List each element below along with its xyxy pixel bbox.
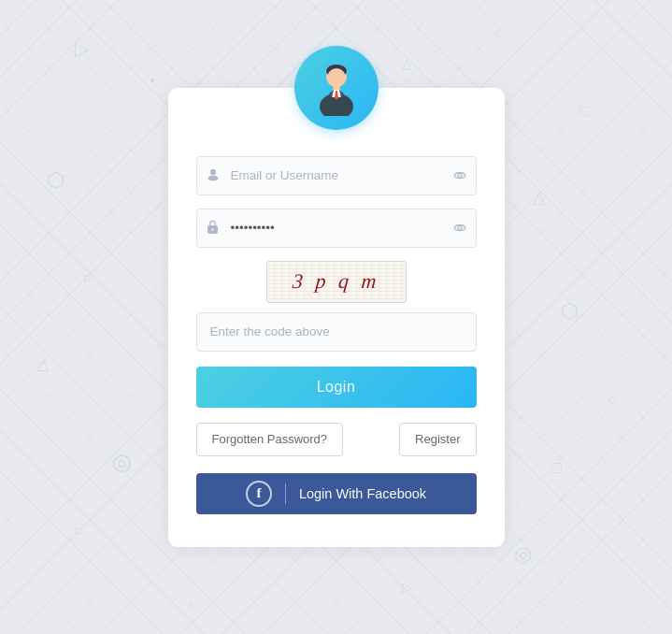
email-eye-icon[interactable] bbox=[453, 168, 466, 182]
captcha-input[interactable] bbox=[196, 312, 477, 352]
login-card: 3 p q m Login Forgotten Password? Regist… bbox=[168, 88, 505, 547]
facebook-login-button[interactable]: f Login With Facebook bbox=[196, 473, 477, 514]
password-input[interactable] bbox=[196, 209, 477, 248]
svg-point-9 bbox=[210, 169, 216, 175]
svg-point-11 bbox=[458, 173, 462, 177]
captcha-image-wrap: 3 p q m bbox=[196, 261, 477, 303]
register-button[interactable]: Register bbox=[399, 423, 476, 456]
facebook-divider bbox=[285, 483, 286, 504]
email-input[interactable] bbox=[196, 156, 477, 195]
svg-point-14 bbox=[458, 225, 462, 229]
email-group bbox=[196, 156, 477, 195]
lock-icon bbox=[207, 220, 219, 237]
forgotten-password-button[interactable]: Forgotten Password? bbox=[196, 423, 344, 456]
login-button[interactable]: Login bbox=[196, 367, 477, 408]
secondary-buttons-row: Forgotten Password? Register bbox=[196, 423, 477, 456]
password-eye-icon[interactable] bbox=[453, 221, 466, 235]
facebook-label: Login With Facebook bbox=[299, 486, 426, 501]
user-avatar-svg bbox=[308, 60, 365, 116]
user-icon bbox=[207, 167, 220, 183]
password-group bbox=[196, 209, 477, 248]
avatar bbox=[294, 46, 379, 130]
svg-point-2 bbox=[327, 68, 346, 87]
avatar-circle bbox=[294, 46, 379, 130]
svg-point-10 bbox=[207, 175, 218, 180]
captcha-text: 3 p q m bbox=[292, 269, 381, 294]
captcha-image: 3 p q m bbox=[266, 261, 407, 303]
facebook-icon: f bbox=[246, 481, 272, 507]
svg-point-13 bbox=[211, 228, 213, 230]
